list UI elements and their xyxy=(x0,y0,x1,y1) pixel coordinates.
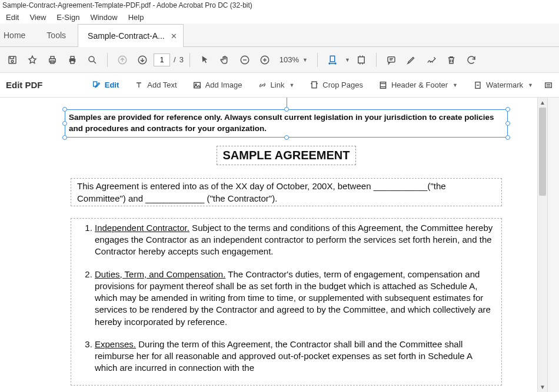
svg-rect-22 xyxy=(545,83,552,88)
rotate-stem xyxy=(287,98,287,107)
main-toolbar: / 3 103% ▼ ▼ xyxy=(0,47,559,73)
print-icon[interactable] xyxy=(44,51,61,69)
crop-pages-label: Crop Pages xyxy=(322,81,363,89)
resize-handle-mr[interactable] xyxy=(505,121,510,126)
menu-bar: Edit View E-Sign Window Help xyxy=(0,11,559,24)
resize-handle-tm[interactable] xyxy=(284,107,289,112)
clause-1-head[interactable]: Independent Contractor. xyxy=(95,223,189,233)
add-image-button[interactable]: Add Image xyxy=(185,76,249,94)
search-icon[interactable] xyxy=(84,51,101,69)
close-tab-icon[interactable]: ✕ xyxy=(171,32,177,41)
add-text-label: Add Text xyxy=(147,81,177,89)
comment-icon[interactable] xyxy=(382,51,400,69)
star-icon[interactable] xyxy=(24,51,41,69)
fit-width-icon[interactable] xyxy=(324,51,341,69)
svg-rect-20 xyxy=(380,82,385,88)
menu-window[interactable]: Window xyxy=(90,13,117,22)
body-frame[interactable]: Independent Contractor. Subject to the t… xyxy=(71,218,502,386)
svg-rect-7 xyxy=(71,61,74,63)
page-up-icon[interactable] xyxy=(114,51,131,69)
zoom-value: 103% xyxy=(280,55,299,64)
page-sep: / xyxy=(174,55,176,64)
tab-home[interactable]: Home xyxy=(0,24,35,46)
header-footer-label: Header & Footer xyxy=(391,81,448,89)
tab-bar: Home Tools Sample-Contract-A... ✕ xyxy=(0,24,559,47)
edit-pdf-toolbar: Edit PDF Edit Add Text Add Image Link ▼ … xyxy=(0,73,559,98)
resize-handle-tl[interactable] xyxy=(62,107,67,112)
link-button[interactable]: Link ▼ xyxy=(251,76,302,94)
intro-frame[interactable]: This Agreement is entered into as of the… xyxy=(71,178,502,206)
resize-handle-bl[interactable] xyxy=(62,135,67,140)
work-area: C Samples are provided for reference onl… xyxy=(0,98,559,392)
tab-document[interactable]: Sample-Contract-A... ✕ xyxy=(78,24,184,47)
page-down-icon[interactable] xyxy=(134,51,151,69)
svg-rect-6 xyxy=(71,56,74,59)
page-number-input[interactable] xyxy=(154,53,170,66)
svg-rect-17 xyxy=(194,82,200,88)
refresh-icon[interactable] xyxy=(462,51,480,69)
crop-pages-button[interactable]: Crop Pages xyxy=(302,76,370,94)
resize-handle-tr[interactable] xyxy=(505,107,510,112)
clause-2[interactable]: Duties, Term, and Compensation. The Cont… xyxy=(95,269,493,328)
vertical-scrollbar[interactable]: ▲ ▼ xyxy=(537,98,547,392)
svg-rect-3 xyxy=(51,56,54,59)
hand-icon[interactable] xyxy=(216,51,234,69)
scroll-mode-icon[interactable] xyxy=(352,51,370,69)
right-panel-strip[interactable] xyxy=(547,98,559,392)
clause-3-head[interactable]: Expenses. xyxy=(95,339,136,349)
edit-pdf-title: Edit PDF xyxy=(4,80,51,90)
clause-3-body[interactable]: During the term of this Agreement, the C… xyxy=(95,339,472,373)
sign-icon[interactable] xyxy=(422,51,440,69)
separator xyxy=(189,53,190,67)
watermark-label: Watermark xyxy=(486,81,523,89)
svg-rect-14 xyxy=(358,56,365,63)
zoom-in-icon[interactable] xyxy=(256,51,274,69)
clause-2-head[interactable]: Duties, Term, and Compensation. xyxy=(95,269,225,279)
resize-handle-bm[interactable] xyxy=(284,135,289,140)
add-image-label: Add Image xyxy=(205,81,242,89)
link-label: Link xyxy=(271,81,285,89)
zoom-level[interactable]: 103% ▼ xyxy=(276,55,311,64)
scroll-thumb[interactable] xyxy=(539,108,546,196)
chevron-down-icon: ▼ xyxy=(528,82,533,88)
page-indicator: / 3 xyxy=(154,53,184,66)
selected-text-frame[interactable]: C Samples are provided for reference onl… xyxy=(65,109,508,138)
delete-icon[interactable] xyxy=(442,51,460,69)
svg-point-1 xyxy=(11,60,14,62)
doc-title-frame[interactable]: SAMPLE AGREEMENT xyxy=(65,146,508,165)
resize-handle-ml[interactable] xyxy=(62,121,67,126)
cursor-icon[interactable] xyxy=(196,51,214,69)
save-icon[interactable] xyxy=(4,51,21,69)
document-content: C Samples are provided for reference onl… xyxy=(0,98,537,386)
chevron-down-icon[interactable]: ▼ xyxy=(345,57,350,63)
doc-title-text[interactable]: SAMPLE AGREEMENT xyxy=(217,146,357,165)
notice-text[interactable]: Samples are provided for reference only.… xyxy=(69,112,504,135)
svg-point-8 xyxy=(89,56,94,62)
add-text-button[interactable]: Add Text xyxy=(127,76,184,94)
tab-tools[interactable]: Tools xyxy=(35,24,78,46)
zoom-out-icon[interactable] xyxy=(236,51,254,69)
menu-view[interactable]: View xyxy=(29,13,46,22)
chevron-down-icon: ▼ xyxy=(302,57,308,63)
scroll-up-icon[interactable]: ▲ xyxy=(538,98,547,108)
resize-handle-br[interactable] xyxy=(505,135,510,140)
highlight-icon[interactable] xyxy=(402,51,420,69)
watermark-button[interactable]: Watermark ▼ xyxy=(466,76,540,94)
print2-icon[interactable] xyxy=(64,51,81,69)
edit-button[interactable]: Edit xyxy=(85,76,127,94)
menu-edit[interactable]: Edit xyxy=(6,13,19,22)
chevron-down-icon: ▼ xyxy=(289,82,294,88)
header-footer-button[interactable]: Header & Footer ▼ xyxy=(371,76,465,94)
page-canvas[interactable]: C Samples are provided for reference onl… xyxy=(0,98,537,392)
menu-help[interactable]: Help xyxy=(128,13,144,22)
scroll-down-icon[interactable]: ▼ xyxy=(538,382,547,392)
edit-label: Edit xyxy=(105,81,119,89)
svg-rect-19 xyxy=(312,82,317,88)
menu-esign[interactable]: E-Sign xyxy=(56,13,79,22)
separator xyxy=(376,53,377,67)
clause-1[interactable]: Independent Contractor. Subject to the t… xyxy=(95,222,493,258)
clause-3[interactable]: Expenses. During the term of this Agreem… xyxy=(95,339,493,374)
svg-rect-13 xyxy=(330,56,335,62)
intro-text[interactable]: This Agreement is entered into as of the… xyxy=(77,181,446,203)
more-button[interactable] xyxy=(541,76,555,94)
